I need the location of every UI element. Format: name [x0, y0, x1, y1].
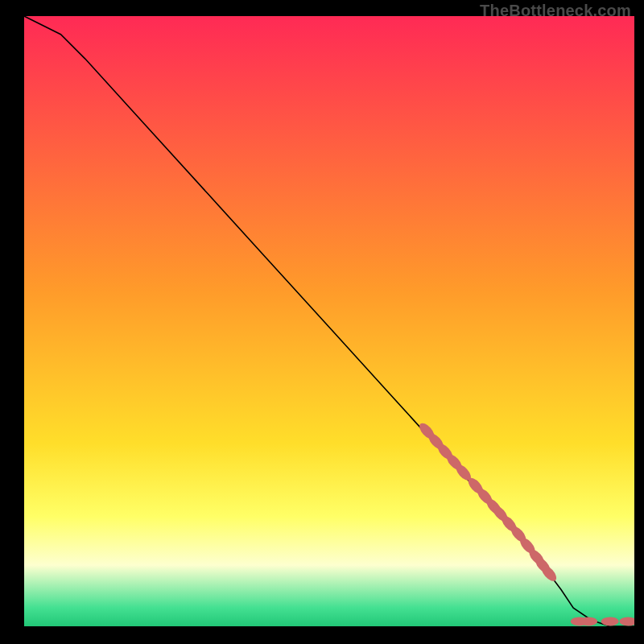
data-marker — [601, 617, 619, 625]
markers-group — [417, 421, 634, 626]
chart-overlay-svg — [24, 16, 634, 626]
curve-line — [24, 16, 634, 626]
data-marker — [619, 617, 634, 625]
data-marker — [580, 617, 597, 625]
watermark-text: TheBottleneck.com — [480, 2, 631, 20]
chart-container-outer: TheBottleneck.com — [0, 0, 644, 644]
